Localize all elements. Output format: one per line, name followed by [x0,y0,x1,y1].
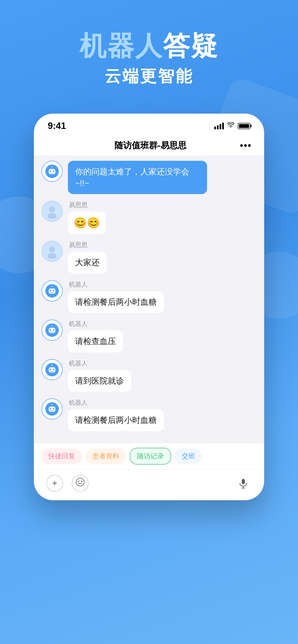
svg-point-22 [50,329,51,330]
user-avatar-2 [42,201,63,222]
message-sender-2: 易思思 [69,201,106,209]
message-sender-4: 机器人 [69,280,164,289]
quick-tag-patient[interactable]: 患者资料 [86,448,126,464]
svg-point-45 [78,481,79,482]
nav-bar: 随访值班群-易思思 ••• [34,135,264,156]
quick-reply-bar: 快捷回复 患者资料 随访记录 交班 [34,443,264,469]
message-content-6: 机器人 请到医院就诊 [68,359,131,392]
svg-rect-19 [55,290,57,292]
robot-avatar-5 [42,320,63,341]
message-row-7: 机器人 请检测餐后两小时血糖 [42,398,256,431]
emoji-button[interactable] [72,475,89,492]
svg-rect-47 [242,479,245,484]
status-time: 9:41 [48,121,66,131]
hero-title-part1: 机器人 [79,31,163,61]
message-row-4: 机器人 请检测餐后两小时血糖 [42,280,256,313]
robot-avatar-6 [42,359,63,380]
message-content-1: 你的问题太难了，人家还没学会~!!~ [68,161,207,194]
svg-point-17 [51,286,53,287]
message-content-5: 机器人 请检查血压 [68,320,123,352]
svg-point-11 [48,253,56,258]
message-sender-6: 机器人 [69,359,131,368]
nav-title: 随访值班群-易思思 [61,140,240,152]
svg-point-9 [48,213,56,218]
message-row-5: 机器人 请检查血压 [42,320,256,352]
svg-rect-7 [55,170,57,173]
message-row-2: 易思思 😊😊 [42,201,256,234]
svg-rect-42 [47,408,49,410]
svg-rect-6 [47,170,49,173]
robot-avatar-7 [42,398,63,420]
svg-rect-26 [47,329,49,332]
message-bubble-5: 请检查血压 [68,330,123,352]
svg-point-41 [51,404,53,406]
svg-point-8 [49,206,55,212]
svg-point-2 [50,170,51,172]
svg-rect-43 [55,408,57,410]
svg-rect-34 [47,369,49,371]
message-row-6: 机器人 请到医院就诊 [42,359,256,392]
hero-title: 机器人答疑 [79,31,219,60]
signal-icon [214,123,224,130]
bottom-toolbar: + [34,469,264,500]
chat-area: 你的问题太难了，人家还没学会~!!~ 易思思 😊😊 [34,156,264,443]
message-row-3: 易思思 大家还 [42,241,256,274]
robot-avatar-4 [42,280,63,302]
svg-rect-18 [47,290,49,292]
message-content-2: 易思思 😊😊 [68,201,106,234]
svg-point-33 [51,365,53,366]
user-avatar-3 [42,241,63,262]
message-sender-7: 机器人 [69,398,164,407]
nav-more-button[interactable]: ••• [240,140,252,151]
svg-point-31 [53,369,54,370]
message-content-4: 机器人 请检测餐后两小时血糖 [68,280,164,313]
message-bubble-1: 你的问题太难了，人家还没学会~!!~ [68,161,207,194]
svg-point-25 [51,325,53,326]
add-button[interactable]: + [46,475,63,492]
mic-button[interactable] [235,475,252,492]
message-sender-5: 机器人 [69,320,123,328]
message-content-7: 机器人 请检测餐后两小时血糖 [68,398,164,431]
status-icons [214,122,250,130]
svg-rect-35 [55,369,57,371]
quick-tag-reply[interactable]: 快捷回复 [42,448,82,464]
message-bubble-7: 请检测餐后两小时血糖 [68,409,164,431]
phone-frame: 9:41 随访 [34,114,264,500]
message-bubble-3: 大家还 [68,252,107,274]
message-bubble-4: 请检测餐后两小时血糖 [68,291,164,313]
svg-point-15 [53,290,54,291]
message-sender-3: 易思思 [69,241,107,249]
quick-tag-handover[interactable]: 交班 [175,448,202,464]
svg-rect-27 [55,329,57,332]
status-bar: 9:41 [34,114,264,135]
svg-point-30 [50,369,51,370]
svg-point-46 [81,481,82,482]
svg-point-5 [51,166,53,168]
svg-point-23 [53,329,54,330]
quick-tag-followup[interactable]: 随访记录 [130,448,171,464]
hero-section: 机器人答疑 云端更智能 [79,31,219,87]
phone-mockup: 9:41 随访 [34,114,264,500]
bottom-left-icons: + [46,475,89,492]
battery-fill [239,124,249,128]
message-bubble-6: 请到医院就诊 [68,370,131,392]
robot-avatar-1 [42,161,63,182]
hero-title-part2: 答疑 [163,31,219,61]
svg-point-3 [53,170,54,172]
message-bubble-2: 😊😊 [68,212,106,234]
message-row-1: 你的问题太难了，人家还没学会~!!~ [42,161,256,194]
svg-point-39 [53,408,54,410]
message-content-3: 易思思 大家还 [68,241,107,274]
svg-point-14 [50,290,51,291]
svg-point-10 [49,246,55,252]
emoji-icon [76,478,85,489]
svg-point-38 [50,408,51,410]
svg-point-44 [76,478,84,486]
battery-icon [238,123,250,129]
hero-subtitle: 云端更智能 [79,66,219,87]
wifi-icon [227,122,234,130]
